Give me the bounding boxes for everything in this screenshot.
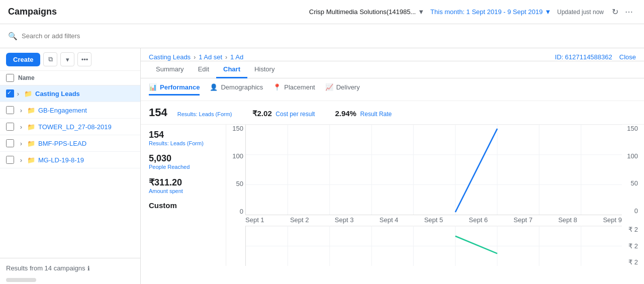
dropdown-button[interactable]: ▾ [60, 52, 74, 66]
id-value: 6127114588362 [565, 53, 612, 61]
app-title: Campaigns [8, 7, 57, 17]
date-range-selector[interactable]: This month: 1 Sept 2019 - 9 Sept 2019 ▼ [430, 8, 551, 16]
campaign-list: › 📁 Casting Leads › 📁 GB-Engagement › 📁 … [0, 85, 140, 256]
search-bar: 🔍 [0, 24, 644, 48]
search-input[interactable] [22, 32, 172, 40]
perf-tab-label-delivery: Delivery [336, 83, 360, 91]
sidebar-divider [0, 258, 140, 258]
sidebar-item-gb-engagement[interactable]: › 📁 GB-Engagement [0, 102, 140, 119]
sidebar-item-casting-leads[interactable]: › 📁 Casting Leads [0, 85, 140, 102]
stat-amount: ₹311.20 Amount spent [149, 177, 218, 194]
y-right-150: 150 [627, 125, 638, 132]
perf-tab-demographics[interactable]: 👤 Demographics [210, 83, 263, 96]
item-checkbox-1[interactable] [6, 89, 14, 98]
folder-icon-2: 📁 [27, 107, 35, 114]
more-sidebar-button[interactable]: ••• [77, 52, 91, 66]
close-button[interactable]: Close [619, 53, 636, 61]
refresh-button[interactable]: ↻ [608, 5, 622, 19]
sidebar-scrollbar[interactable] [6, 278, 36, 282]
tab-chart[interactable]: Chart [216, 61, 247, 78]
stat-reached-value: 5,030 [149, 153, 218, 164]
create-button[interactable]: Create [6, 53, 40, 66]
stat-reached-label: People Reached [149, 164, 218, 170]
updated-text: Updated just now [557, 9, 604, 16]
y-bottom-2: ₹ 2 [628, 242, 638, 250]
x-label-4: Sept 4 [380, 216, 399, 224]
y-label-150: 150 [232, 125, 243, 132]
select-all-checkbox[interactable] [6, 74, 14, 82]
content-id-section: ID: 6127114588362 Close [555, 53, 636, 61]
sidebar: Create ⧉ ▾ ••• Name › 📁 Casting Leads › … [0, 48, 141, 284]
item-checkbox-2[interactable] [6, 106, 14, 114]
chart-wrapper: 150 100 50 0 [230, 125, 640, 224]
breadcrumb-adset[interactable]: 1 Ad set [199, 53, 222, 61]
tab-edit[interactable]: Edit [191, 61, 216, 78]
y-right-100: 100 [627, 152, 638, 160]
sidebar-item-bmf[interactable]: › 📁 BMF-PPS-LEAD [0, 135, 140, 152]
perf-tab-delivery[interactable]: 📈 Delivery [325, 83, 360, 96]
item-label-3: TOWER_LD_27-08-2019 [38, 123, 112, 131]
top-chart: 150 100 50 0 [230, 125, 622, 224]
sidebar-item-mg[interactable]: › 📁 MG-LD-19-8-19 [0, 152, 140, 168]
account-name: Crisp Multimedia Solutions(141985... [309, 8, 416, 16]
expand-icon-1[interactable]: › [14, 89, 22, 98]
search-icon: 🔍 [8, 32, 18, 41]
sidebar-item-tower[interactable]: › 📁 TOWER_LD_27-08-2019 [0, 119, 140, 135]
content-header: Casting Leads › 1 Ad set › 1 Ad ID: 6127… [141, 48, 644, 61]
duplicate-button[interactable]: ⧉ [43, 52, 57, 66]
metric-cost-label: Cost per result [275, 111, 315, 118]
sidebar-results: Results from 14 campaigns ℹ [0, 260, 140, 276]
content-panel: Casting Leads › 1 Ad set › 1 Ad ID: 6127… [141, 48, 644, 284]
sidebar-header: Name [0, 71, 140, 85]
tab-history[interactable]: History [247, 61, 282, 78]
y-right-0: 0 [634, 207, 638, 215]
results-text: Results from 14 campaigns [6, 264, 85, 272]
breadcrumb-campaign[interactable]: Casting Leads [149, 53, 191, 61]
breadcrumb-ad[interactable]: 1 Ad [230, 53, 243, 61]
folder-icon-3: 📁 [27, 123, 35, 131]
account-dropdown-icon[interactable]: ▼ [418, 8, 424, 16]
date-dropdown-icon[interactable]: ▼ [544, 8, 551, 16]
y-bottom-1: ₹ 2 [628, 226, 638, 233]
item-checkbox-5[interactable] [6, 156, 14, 164]
x-label-3: Sept 3 [335, 216, 354, 224]
y-axis-right-bottom: ₹ 2 ₹ 2 ₹ 2 [622, 226, 640, 266]
folder-icon-1: 📁 [24, 90, 32, 98]
y-axis-right-top: 150 100 50 0 [622, 125, 640, 215]
expand-icon-5[interactable]: › [17, 156, 25, 164]
item-label-5: MG-LD-19-8-19 [38, 156, 84, 164]
item-checkbox-3[interactable] [6, 123, 14, 131]
blue-chart-line [455, 129, 497, 212]
x-label-9: Sept 9 [603, 216, 622, 224]
perf-tab-label-demographics: Demographics [221, 83, 263, 91]
x-label-6: Sept 6 [469, 216, 488, 224]
x-label-1: Sept 1 [245, 216, 264, 224]
bottom-chart-svg-container [245, 226, 622, 266]
expand-icon-4[interactable]: › [17, 139, 25, 147]
y-axis-bottom-left [230, 226, 245, 266]
x-axis-labels: Sept 1 Sept 2 Sept 3 Sept 4 Sept 5 Sept … [230, 216, 622, 224]
expand-icon-3[interactable]: › [17, 123, 25, 131]
x-label-5: Sept 5 [424, 216, 443, 224]
metric-cost-value: ₹2.02 [252, 109, 272, 118]
perf-tab-performance[interactable]: 📊 Performance [149, 83, 200, 96]
item-checkbox-4[interactable] [6, 139, 14, 147]
sidebar-toolbar: Create ⧉ ▾ ••• [0, 48, 140, 71]
expand-icon-2[interactable]: › [17, 106, 25, 114]
y-right-50: 50 [631, 179, 638, 187]
x-label-7: Sept 7 [514, 216, 533, 224]
stat-custom: Custom [149, 201, 218, 210]
account-selector[interactable]: Crisp Multimedia Solutions(141985... ▼ [309, 8, 424, 16]
id-label: ID: [555, 53, 564, 61]
item-label-1: Casting Leads [35, 90, 80, 98]
y-bottom-3: ₹ 2 [628, 258, 638, 266]
info-icon: ℹ [87, 265, 90, 272]
placement-icon: 📍 [273, 83, 281, 91]
item-label-4: BMF-PPS-LEAD [38, 140, 86, 147]
demographics-icon: 👤 [210, 83, 218, 91]
perf-tab-placement[interactable]: 📍 Placement [273, 83, 315, 96]
chart-body: 154 Results: Leads (Form) 5,030 People R… [141, 125, 644, 266]
tab-summary[interactable]: Summary [149, 61, 191, 78]
more-options-button[interactable]: ⋯ [622, 5, 636, 19]
bottom-chart: ₹ 2 ₹ 2 ₹ 2 [230, 226, 640, 266]
